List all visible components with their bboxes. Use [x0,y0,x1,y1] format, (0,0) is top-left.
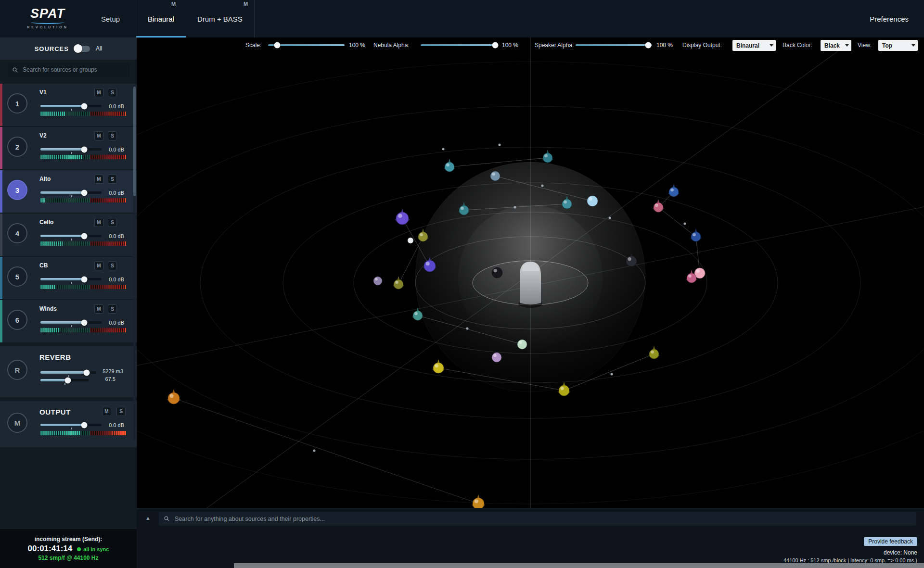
solo-button[interactable]: S [108,88,117,97]
source-object-12[interactable] [373,277,382,285]
volume-slider[interactable] [40,148,102,151]
scale-slider[interactable] [268,44,345,46]
mute-button[interactable]: M [94,131,103,140]
source-object-23[interactable] [432,359,445,373]
solo-button[interactable]: S [116,407,126,416]
source-object-7[interactable] [395,209,410,225]
source-row-v1[interactable]: 1 V1 M S 0.0 dB [0,84,137,127]
mute-button[interactable]: M [94,304,103,314]
display-output-select[interactable]: Binaural [732,40,776,51]
mute-button[interactable]: M [94,218,103,227]
property-search-input[interactable] [174,515,911,523]
source-object-26[interactable] [167,389,181,404]
source-link-line [696,237,700,273]
output-row[interactable]: M OUTPUT M S 0.0 dB [0,401,137,448]
slider-knob[interactable] [492,42,498,49]
display-output-value: Binaural [736,42,759,49]
slider-knob[interactable] [65,377,71,383]
sidebar-scrollbar[interactable] [133,85,136,441]
reverb-size-slider[interactable] [40,371,96,374]
solo-button[interactable]: S [108,175,117,184]
slider-fill [40,235,84,237]
mute-button[interactable]: M [94,88,103,97]
mute-button[interactable]: M [102,407,111,416]
all-sources-toggle[interactable] [75,46,90,52]
link-node [313,450,316,452]
chevron-down-icon [845,44,849,47]
slider-knob[interactable] [645,42,652,49]
bottom-scrollbar[interactable] [234,563,924,568]
timecode: 00:01:41:14 [28,544,73,554]
slider-knob[interactable] [274,42,281,49]
slider-knob[interactable] [81,422,88,428]
speaker-slider[interactable] [576,44,652,46]
source-object-4[interactable] [587,196,598,206]
solo-button[interactable]: S [108,304,117,314]
source-object-17[interactable] [668,184,680,197]
source-object-21[interactable] [517,340,527,349]
solo-button[interactable]: S [108,218,117,227]
status-bar: incoming stream (Send): 00:01:41:14 all … [0,529,924,568]
sources-search-input[interactable] [22,66,126,74]
3d-scene[interactable] [137,38,924,508]
tab-setup[interactable]: Setup [95,0,126,38]
view-select[interactable]: Top [878,40,918,51]
source-row-cello[interactable]: 4 Cello M S 0.0 dB [0,214,137,257]
source-color-stripe [0,214,2,256]
mute-button[interactable]: M [94,261,103,270]
source-object-27[interactable] [472,494,486,508]
scale-value: 100 % [349,42,365,49]
sources-search[interactable] [8,63,130,77]
reverb-decay-value: 67.5 [105,376,116,382]
slider-knob[interactable] [81,276,88,282]
level-meter [40,155,126,159]
output-id: M [7,413,27,433]
source-object-13[interactable] [393,276,404,290]
provide-feedback-button[interactable]: Provide feedback [864,537,917,546]
slider-knob[interactable] [84,369,90,376]
solo-button[interactable]: S [108,131,117,140]
toggle-knob[interactable] [74,44,82,53]
volume-slider[interactable] [40,235,102,237]
slider-knob[interactable] [81,146,88,152]
viewport-3d[interactable]: Scale: 100 % Nebula Alpha: 100 % Speaker… [137,38,924,508]
source-object-14[interactable] [492,267,502,278]
volume-slider[interactable] [40,321,102,324]
source-row-v2[interactable]: 2 V2 M S 0.0 dB [0,127,137,170]
source-name: Winds [39,305,57,312]
source-object-1[interactable] [444,159,455,172]
source-row-cb[interactable]: 5 CB M S 0.0 dB [0,257,137,300]
source-object-19[interactable] [690,228,702,242]
source-object-3[interactable] [490,171,500,181]
source-object-22[interactable] [492,353,501,362]
slider-knob[interactable] [81,319,88,326]
search-icon [12,67,18,73]
source-object-24[interactable] [648,346,660,359]
source-row-alto[interactable]: 3 Alto M S 0.0 dB [0,170,137,214]
slider-knob[interactable] [81,103,88,109]
property-search-box[interactable] [159,512,916,526]
collapse-arrow-icon[interactable]: ▲ [145,515,151,521]
preferences-button[interactable]: Preferences [870,0,909,38]
mute-button[interactable]: M [94,175,103,184]
source-object-9[interactable] [408,238,413,243]
nebula-slider[interactable] [421,44,498,46]
db-value: 0.0 dB [103,233,124,239]
solo-button[interactable]: S [108,261,117,270]
slider-knob[interactable] [81,189,88,196]
reverb-row[interactable]: R REVERB 5279 m3 67.5 [0,346,137,398]
volume-slider[interactable] [40,105,102,107]
slider-knob[interactable] [81,233,88,239]
reverb-decay-slider[interactable] [40,379,89,381]
output-volume-slider[interactable] [40,424,102,426]
nebula-alpha-value: 100 % [502,42,518,49]
scrollbar-thumb[interactable] [133,87,136,196]
volume-slider[interactable] [40,191,102,194]
volume-slider[interactable] [40,278,102,280]
source-color-stripe [0,127,2,169]
tab-binaural[interactable]: Binaural [136,0,186,38]
latency-status: 44100 Hz : 512 smp./block | latency: 0 s… [783,557,917,563]
source-row-winds[interactable]: 6 Winds M S 0.0 dB [0,300,137,343]
source-object-2[interactable] [542,150,553,163]
back-color-select[interactable]: Black [821,40,851,51]
